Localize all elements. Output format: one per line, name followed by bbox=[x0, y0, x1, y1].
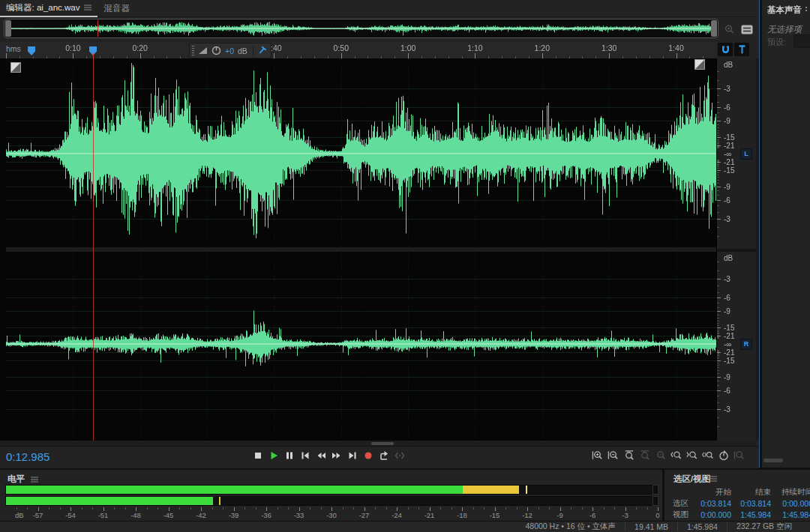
skip-to-end-icon bbox=[346, 450, 358, 462]
essential-sound-panel: 基本声音 无选择项 预设: bbox=[762, 0, 810, 468]
reset-zoom-button[interactable] bbox=[718, 449, 730, 462]
panel-menu-dots-icon[interactable] bbox=[806, 7, 807, 8]
levels-title: 电平 bbox=[8, 474, 25, 485]
ruler-time-label: 1:00 bbox=[400, 43, 416, 52]
tab-editor[interactable]: 编辑器: ai_anc.wav bbox=[0, 0, 98, 17]
rewind-icon bbox=[315, 450, 327, 462]
clip-indicator-left[interactable] bbox=[652, 485, 658, 495]
ruler-time-label: 1:30 bbox=[602, 43, 616, 52]
ruler-playhead-tick[interactable] bbox=[93, 53, 94, 58]
channel-badge[interactable]: R bbox=[740, 339, 752, 350]
navigator-zoom-button[interactable] bbox=[721, 22, 737, 36]
corner-grip-topleft[interactable] bbox=[10, 62, 21, 73]
overview-waveform[interactable] bbox=[11, 20, 712, 37]
snap-toggle-button[interactable] bbox=[718, 43, 733, 56]
zoom-selection-button[interactable] bbox=[623, 449, 635, 462]
gain-hud[interactable]: +0 dB bbox=[189, 43, 272, 58]
horizontal-scrollbar[interactable] bbox=[0, 441, 756, 446]
horizontal-scrollbar-thumb[interactable] bbox=[371, 442, 394, 445]
channel-badge[interactable]: L bbox=[740, 148, 752, 160]
zoom-buttons bbox=[592, 449, 746, 462]
stop-icon bbox=[252, 450, 264, 462]
playhead-line[interactable] bbox=[93, 58, 94, 441]
amplitude-scale[interactable]: dB-3-3-6-6-9-9-15-15-21-21-∞LdB-3-3-6-6-… bbox=[716, 58, 756, 441]
level-meter-left[interactable] bbox=[5, 485, 658, 495]
skip-selection-button[interactable] bbox=[394, 449, 406, 462]
overview-right-handle[interactable] bbox=[711, 20, 717, 37]
loop-playback-button[interactable] bbox=[378, 449, 390, 462]
peak-indicator bbox=[219, 497, 220, 505]
view-end-value[interactable]: 1:45.984 bbox=[731, 510, 771, 519]
transport-bar: 0:12.985 bbox=[0, 446, 760, 468]
fast-forward-button[interactable] bbox=[331, 449, 343, 462]
stop-button[interactable] bbox=[252, 449, 264, 462]
zoom-amplitude-out-button[interactable] bbox=[655, 449, 667, 462]
audition-window: 编辑器: ai_anc.wav 混音器 hms 0:100:200:300:40… bbox=[0, 0, 810, 532]
magnifier-icon bbox=[724, 24, 735, 35]
zoom-to-selection-button[interactable] bbox=[702, 449, 714, 462]
play-button[interactable] bbox=[268, 449, 280, 462]
preset-input[interactable] bbox=[794, 34, 810, 48]
zoom-in-button[interactable] bbox=[592, 449, 604, 462]
magnet-icon bbox=[721, 45, 730, 55]
panel-focus-border bbox=[759, 0, 760, 468]
pause-button[interactable] bbox=[284, 449, 296, 462]
column-duration: 持续时间 bbox=[771, 487, 810, 498]
navigator-menu-button[interactable] bbox=[739, 22, 755, 36]
record-button[interactable] bbox=[362, 449, 374, 462]
pause-icon bbox=[284, 450, 296, 462]
hud-gain-value[interactable]: +0 bbox=[225, 46, 234, 55]
ruler-time-label: 0:10 bbox=[65, 43, 80, 52]
panel-menu-icon[interactable] bbox=[31, 477, 38, 483]
corner-grip-topright[interactable] bbox=[694, 59, 705, 70]
row-selection-label: 选区 bbox=[669, 498, 690, 509]
view-start-value[interactable]: 0:00.000 bbox=[690, 510, 731, 519]
level-meter-right[interactable] bbox=[5, 496, 658, 506]
column-start: 开始 bbox=[690, 487, 731, 498]
skip-to-start-icon bbox=[299, 450, 311, 462]
zoom-amplitude-in-button[interactable] bbox=[639, 449, 651, 462]
rewind-button[interactable] bbox=[315, 449, 327, 462]
overview-left-handle[interactable] bbox=[5, 20, 11, 37]
status-free-space: 232.27 GB 空闲 bbox=[727, 522, 801, 532]
selection-end-value[interactable]: 0:03.814 bbox=[731, 499, 771, 508]
overview-navigator[interactable] bbox=[4, 19, 718, 38]
zoom-in-right-button[interactable] bbox=[686, 449, 698, 462]
waveform-display[interactable] bbox=[0, 58, 716, 441]
panel-menu-icon[interactable] bbox=[710, 476, 717, 482]
panel-menu-icon[interactable] bbox=[84, 4, 92, 10]
zoom-full-button[interactable] bbox=[734, 449, 746, 462]
no-selection-message: 无选择项 bbox=[767, 24, 802, 35]
skip-to-start-button[interactable] bbox=[299, 449, 311, 462]
view-duration-value[interactable]: 1:45.984 bbox=[771, 510, 810, 519]
gain-knob-icon[interactable] bbox=[212, 46, 221, 55]
sidebar-scrollbar-thumb[interactable] bbox=[764, 459, 783, 462]
hud-pin-icon[interactable] bbox=[255, 44, 268, 57]
levels-panel: 电平 dB-57-54-51-48-45-42-39-36-33-30-27-2… bbox=[0, 470, 662, 521]
marker-pin-button[interactable] bbox=[734, 43, 749, 56]
pin-icon bbox=[738, 45, 746, 55]
waveform-canvas[interactable] bbox=[6, 58, 716, 441]
clip-indicator-right[interactable] bbox=[652, 496, 658, 506]
status-duration: 1:45.984 bbox=[677, 522, 727, 531]
row-view-label: 视图 bbox=[669, 510, 690, 520]
selection-duration-value[interactable]: 0:00.000 bbox=[771, 499, 810, 508]
skip-to-end-button[interactable] bbox=[346, 449, 358, 462]
playhead-time-display[interactable]: 0:12.985 bbox=[6, 450, 50, 463]
essential-sound-title: 基本声音 bbox=[767, 4, 802, 16]
tab-mixer-label: 混音器 bbox=[104, 3, 130, 14]
hud-grip-handle[interactable] bbox=[192, 46, 194, 55]
preset-label: 预设: bbox=[767, 37, 786, 48]
selection-start-value[interactable]: 0:03.814 bbox=[690, 499, 731, 508]
status-file-size: 19.41 MB bbox=[625, 522, 677, 531]
selection-view-panel: 选区/视图 开始 结束 持续时间 选区 0:03.814 0:03.814 0:… bbox=[664, 470, 810, 521]
marker-pin[interactable] bbox=[28, 46, 35, 55]
loop-icon bbox=[378, 450, 390, 462]
transport-buttons bbox=[252, 449, 406, 462]
tab-mixer[interactable]: 混音器 bbox=[98, 1, 136, 16]
zoom-in-left-button[interactable] bbox=[670, 449, 682, 462]
hud-gain-unit: dB bbox=[238, 46, 248, 55]
zoom-out-button[interactable] bbox=[608, 449, 620, 462]
timeline-ruler[interactable]: hms 0:100:200:300:400:501:001:101:201:30… bbox=[0, 42, 716, 59]
fade-icon bbox=[198, 46, 208, 55]
